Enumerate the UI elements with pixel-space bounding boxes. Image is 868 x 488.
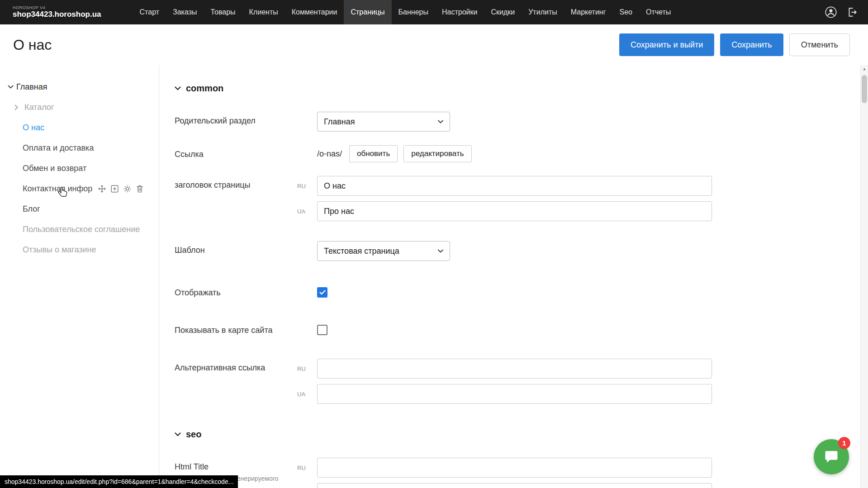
html-title-label-text: Html Title bbox=[175, 462, 297, 472]
display-checkbox[interactable] bbox=[317, 287, 327, 298]
section-seo-header[interactable]: seo bbox=[175, 429, 868, 440]
parent-section-value: Главная bbox=[324, 117, 355, 127]
sidebar-item-label: Главная bbox=[16, 82, 47, 92]
alt-link-ru-input[interactable] bbox=[317, 359, 712, 379]
section-seo-title: seo bbox=[186, 429, 201, 440]
status-url-tooltip: shop34423.horoshop.ua/edit/edit.php?id=6… bbox=[0, 475, 238, 488]
chevron-right-icon[interactable] bbox=[14, 104, 23, 110]
section-common-title: common bbox=[186, 83, 223, 94]
move-icon[interactable] bbox=[98, 185, 106, 193]
sidebar-item-polzovatelskoe-soglashenie[interactable]: Пользовательское соглашение bbox=[0, 219, 159, 240]
sitemap-checkbox[interactable] bbox=[317, 325, 327, 335]
page-title: О нас bbox=[13, 37, 52, 53]
page-title-label: заголовок страницы bbox=[175, 176, 297, 221]
section-common-header[interactable]: common bbox=[175, 83, 868, 94]
brand-domain: shop34423.horoshop.ua bbox=[13, 10, 101, 19]
link-label: Ссылка bbox=[175, 145, 297, 162]
link-edit-button[interactable]: редактировать bbox=[403, 145, 471, 162]
sidebar-item-label: Обмен и возврат bbox=[23, 164, 86, 173]
chevron-down-icon bbox=[175, 86, 181, 90]
link-refresh-button[interactable]: обновить bbox=[349, 145, 398, 162]
topbar-icons bbox=[825, 0, 868, 24]
main-menu: Старт Заказы Товары Клиенты Комментарии … bbox=[133, 0, 678, 24]
chat-widget-button[interactable]: 1 bbox=[814, 439, 849, 474]
lang-ru-tag: RU bbox=[297, 176, 317, 196]
chevron-down-icon[interactable] bbox=[5, 85, 16, 89]
sidebar-item-label: Оплата и доставка bbox=[23, 143, 94, 153]
parent-section-label: Родительский раздел bbox=[175, 112, 297, 132]
chevron-down-icon bbox=[438, 249, 443, 253]
display-label: Отображать bbox=[175, 284, 297, 298]
page-title-row: заголовок страницы RU UA bbox=[175, 176, 868, 221]
scroll-up-arrow[interactable]: ▲ bbox=[861, 65, 868, 72]
menu-item-settings[interactable]: Настройки bbox=[435, 0, 484, 24]
sidebar-item-oplata-i-dostavka[interactable]: Оплата и доставка bbox=[0, 138, 159, 158]
sidebar-item-otzyvy-o-magazine[interactable]: Отзывы о магазине bbox=[0, 240, 159, 260]
chat-unread-badge: 1 bbox=[838, 437, 850, 449]
page-title-ru-input[interactable] bbox=[317, 176, 712, 196]
scrollbar-thumb[interactable] bbox=[862, 75, 867, 103]
html-title-ua-input[interactable] bbox=[317, 483, 712, 488]
menu-item-reports[interactable]: Отчеты bbox=[639, 0, 678, 24]
lang-ru-tag: RU bbox=[297, 458, 317, 478]
account-icon[interactable] bbox=[825, 6, 837, 19]
sidebar-item-katalog[interactable]: Каталог bbox=[0, 97, 159, 118]
sidebar-item-blog[interactable]: Блог bbox=[0, 199, 159, 219]
menu-item-marketing[interactable]: Маркетинг bbox=[564, 0, 613, 24]
chevron-down-icon bbox=[175, 432, 181, 436]
menu-item-comments[interactable]: Комментарии bbox=[285, 0, 344, 24]
chat-bubble-icon bbox=[823, 449, 840, 465]
parent-section-select[interactable]: Главная bbox=[317, 112, 450, 132]
add-page-icon[interactable] bbox=[110, 185, 119, 193]
menu-item-seo[interactable]: Seo bbox=[613, 0, 639, 24]
pages-tree-sidebar: Главная Каталог О нас Оплата и доставка … bbox=[0, 65, 159, 488]
main-layout: Главная Каталог О нас Оплата и доставка … bbox=[0, 65, 868, 488]
menu-item-start[interactable]: Старт bbox=[133, 0, 166, 24]
template-row: Шаблон Текстовая страница bbox=[175, 241, 868, 261]
brand-logo[interactable]: HOROSHOP V4 shop34423.horoshop.ua bbox=[13, 0, 101, 24]
template-value: Текстовая страница bbox=[324, 246, 399, 256]
cancel-button[interactable]: Отменить bbox=[789, 33, 850, 56]
sidebar-item-label: Пользовательское соглашение bbox=[23, 225, 140, 234]
check-icon bbox=[319, 290, 326, 295]
sidebar-item-obmen-i-vozvrat[interactable]: Обмен и возврат bbox=[0, 158, 159, 179]
menu-item-discounts[interactable]: Скидки bbox=[484, 0, 522, 24]
parent-section-row: Родительский раздел Главная bbox=[175, 112, 868, 132]
brand-version: HOROSHOP V4 bbox=[13, 5, 101, 10]
sitemap-row: Показывать в карте сайта bbox=[175, 321, 868, 335]
sidebar-item-glavnaya[interactable]: Главная bbox=[0, 77, 159, 97]
lang-ua-tag: UA bbox=[297, 384, 317, 404]
menu-item-utilities[interactable]: Утилиты bbox=[522, 0, 564, 24]
menu-item-banners[interactable]: Баннеры bbox=[392, 0, 435, 24]
menu-item-pages[interactable]: Страницы bbox=[344, 0, 391, 24]
page-header: О нас Сохранить и выйти Сохранить Отмени… bbox=[0, 24, 868, 65]
chevron-down-icon bbox=[438, 120, 443, 123]
topbar: HOROSHOP V4 shop34423.horoshop.ua Старт … bbox=[0, 0, 868, 24]
sidebar-item-label: Контактная инфор bbox=[23, 184, 92, 194]
save-button[interactable]: Сохранить bbox=[720, 33, 783, 56]
menu-item-orders[interactable]: Заказы bbox=[166, 0, 204, 24]
logout-icon[interactable] bbox=[846, 6, 858, 18]
trash-icon[interactable] bbox=[136, 185, 144, 193]
sidebar-item-label: Отзывы о магазине bbox=[23, 245, 96, 255]
link-path-value: /o-nas/ bbox=[317, 149, 342, 159]
html-title-row: Html Title Полная замена title, генериру… bbox=[175, 458, 868, 488]
sidebar-item-o-nas[interactable]: О нас bbox=[0, 118, 159, 138]
lang-ru-tag: RU bbox=[297, 359, 317, 379]
sitemap-label: Показывать в карте сайта bbox=[175, 321, 297, 335]
page-edit-form: common Родительский раздел Главная Ссылк… bbox=[159, 65, 868, 488]
settings-gear-icon[interactable] bbox=[123, 185, 132, 193]
display-row: Отображать bbox=[175, 284, 868, 298]
alt-link-row: Альтернативная ссылка RU UA bbox=[175, 359, 868, 404]
tree-item-actions bbox=[98, 185, 144, 193]
save-and-exit-button[interactable]: Сохранить и выйти bbox=[619, 33, 714, 56]
html-title-ru-input[interactable] bbox=[317, 458, 712, 478]
menu-item-products[interactable]: Товары bbox=[204, 0, 242, 24]
alt-link-ua-input[interactable] bbox=[317, 384, 712, 404]
template-select[interactable]: Текстовая страница bbox=[317, 241, 450, 261]
menu-item-clients[interactable]: Клиенты bbox=[242, 0, 285, 24]
sidebar-item-kontaktnaya-informaciya[interactable]: Контактная инфор bbox=[0, 179, 159, 199]
page-title-ua-input[interactable] bbox=[317, 201, 712, 221]
sidebar-item-label: О нас bbox=[23, 123, 44, 133]
vertical-scrollbar[interactable]: ▲ bbox=[860, 65, 868, 488]
